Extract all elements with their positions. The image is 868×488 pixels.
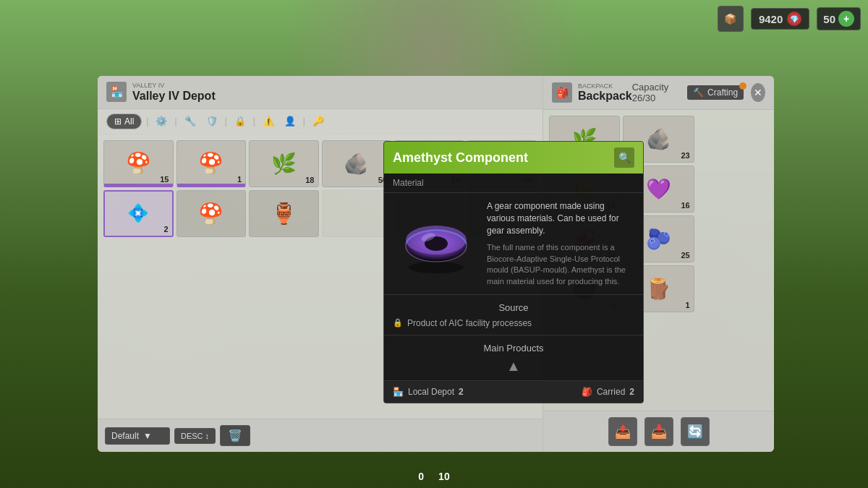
item-icon: 🍄: [195, 147, 227, 179]
item-icon: 🪨: [642, 124, 674, 155]
level-display: 50 +: [817, 7, 861, 30]
level-up-button[interactable]: +: [838, 11, 854, 27]
inventory-hud-button[interactable]: 📦: [718, 6, 744, 32]
backpack-footer-icon: 🎒: [582, 387, 592, 397]
send-to-depot-button[interactable]: 📤: [608, 417, 637, 446]
list-item[interactable]: 🍄 1: [176, 140, 247, 187]
filter-warning-button[interactable]: ⚠️: [260, 114, 277, 128]
sort-label: Default: [111, 431, 139, 441]
swap-icon: 🔄: [687, 424, 703, 440]
crafting-wrench-icon: 🔨: [693, 87, 704, 98]
detail-item-type: Material: [384, 174, 643, 193]
backpack-bottom-bar: 📤 📥 🔄: [543, 411, 774, 452]
detail-description-sub: The full name of this component is a Bio…: [487, 242, 634, 287]
depot-header: 🏪 VALLEY IV Valley IV Depot: [98, 76, 542, 109]
filter-lock-button[interactable]: 🔒: [231, 114, 249, 128]
capacity-value: 26/30: [632, 93, 656, 103]
capacity-label: Capacity: [632, 82, 669, 93]
capacity-display: Capacity 26/30: [632, 82, 680, 103]
backpack-header: 🎒 BACKPACK Backpack Capacity 26/30 🔨 Cra…: [543, 76, 774, 110]
list-item[interactable]: 🍄 15: [103, 140, 174, 187]
depot-icon: 🏪: [106, 82, 127, 102]
crafting-button[interactable]: 🔨 Crafting: [687, 85, 744, 100]
filter-all-button[interactable]: ⊞ All: [106, 114, 142, 129]
list-item[interactable]: 💠 2: [103, 190, 174, 237]
hud-bottom-bar: 0 10: [418, 471, 449, 482]
item-icon: 💜: [642, 174, 674, 205]
source-text: Product of AIC facility processes: [407, 318, 532, 328]
item-count: 23: [681, 151, 689, 160]
bottom-value-1: 0: [418, 471, 424, 482]
receive-icon: 📥: [651, 424, 667, 440]
item-count: 18: [305, 176, 314, 184]
filter-person-button[interactable]: 👤: [281, 114, 299, 128]
depot-title: Valley IV Depot: [132, 90, 216, 103]
filter-key-button[interactable]: 🔑: [310, 114, 327, 128]
amethyst-svg: [396, 204, 476, 276]
list-item[interactable]: 🏺: [249, 190, 319, 237]
detail-item-name: Amethyst Component: [393, 150, 528, 166]
item-count: 15: [160, 175, 169, 184]
depot-bottom-bar: Default ▼ DESC ↕ 🗑️: [98, 419, 542, 452]
level-value: 50: [823, 13, 835, 25]
currency-display: 9420 💎: [751, 8, 809, 30]
item-detail-panel: Amethyst Component 🔍 Material: [383, 141, 644, 403]
rarity-bar: [177, 184, 246, 186]
send-depot-icon: 📤: [615, 424, 631, 440]
footer-carried-count: 2: [629, 387, 634, 397]
close-button[interactable]: ✕: [751, 83, 765, 102]
backpack-title: Backpack: [578, 90, 632, 103]
detail-products-section: Main Products ▲: [384, 335, 643, 381]
detail-gem-image: [393, 200, 480, 280]
depot-footer-icon: 🏪: [393, 387, 404, 397]
list-item[interactable]: 🪨 50: [322, 140, 392, 187]
filter-bar: ⊞ All | ⚙️ | 🔧 🛡️ | 🔒 | ⚠️ 👤 | 🔑: [98, 109, 542, 134]
item-icon: 🍄: [122, 147, 154, 179]
item-icon: 🍄: [195, 197, 227, 229]
item-count: 2: [163, 225, 168, 234]
filter-shield-button[interactable]: 🛡️: [203, 114, 221, 128]
item-icon: 🫐: [642, 223, 674, 255]
item-icon: 💠: [122, 197, 154, 229]
filter-gear-button[interactable]: 🔧: [182, 114, 199, 128]
sort-order-button[interactable]: DESC ↕: [174, 428, 216, 444]
list-item[interactable]: [322, 190, 392, 237]
backpack-subtitle: BACKPACK: [578, 82, 632, 90]
item-icon: 🌿: [268, 147, 299, 179]
detail-footer: 🏪 Local Depot 2 🎒 Carried 2: [384, 381, 643, 403]
bottom-value-2: 10: [438, 471, 450, 482]
filter-category-button[interactable]: ⚙️: [153, 114, 170, 128]
gem-icon: 💎: [787, 12, 801, 26]
crafting-notification-dot: [739, 82, 746, 90]
list-item[interactable]: 🌿 18: [249, 140, 319, 187]
trash-icon: 🗑️: [228, 429, 242, 442]
receive-from-depot-button[interactable]: 📥: [644, 417, 673, 446]
detail-image-area: A gear component made using various mate…: [384, 193, 643, 295]
footer-local-label: Local Depot: [408, 387, 454, 397]
backpack-header-left: 🎒 BACKPACK Backpack: [552, 82, 632, 103]
list-item[interactable]: 🍄: [176, 190, 247, 237]
detail-source-section: Source 🔒 Product of AIC facility process…: [384, 295, 643, 335]
rarity-bar: [104, 184, 173, 186]
item-count: 1: [237, 175, 242, 184]
detail-header: Amethyst Component 🔍: [384, 142, 643, 174]
item-count: 16: [681, 201, 689, 210]
footer-carried-label: Carried: [597, 387, 625, 397]
main-products-label: Main Products: [393, 340, 634, 356]
detail-scan-icon[interactable]: 🔍: [614, 147, 634, 168]
detail-description: A gear component made using various mate…: [487, 200, 634, 236]
depot-subtitle: VALLEY IV: [132, 82, 216, 90]
source-item: 🔒 Product of AIC facility processes: [393, 316, 634, 330]
swap-button[interactable]: 🔄: [681, 417, 710, 446]
dropdown-chevron-icon: ▼: [143, 431, 152, 441]
item-icon: 🪨: [341, 147, 373, 179]
footer-local: 🏪 Local Depot 2: [393, 387, 464, 397]
currency-value: 9420: [759, 13, 783, 25]
footer-local-count: 2: [459, 387, 464, 397]
item-icon: 🪵: [642, 273, 674, 305]
sort-dropdown[interactable]: Default ▼: [105, 427, 170, 445]
trash-button[interactable]: 🗑️: [220, 425, 250, 446]
inventory-icon: 📦: [724, 13, 736, 25]
item-count: 1: [686, 301, 690, 309]
crafting-label: Crafting: [707, 87, 738, 98]
